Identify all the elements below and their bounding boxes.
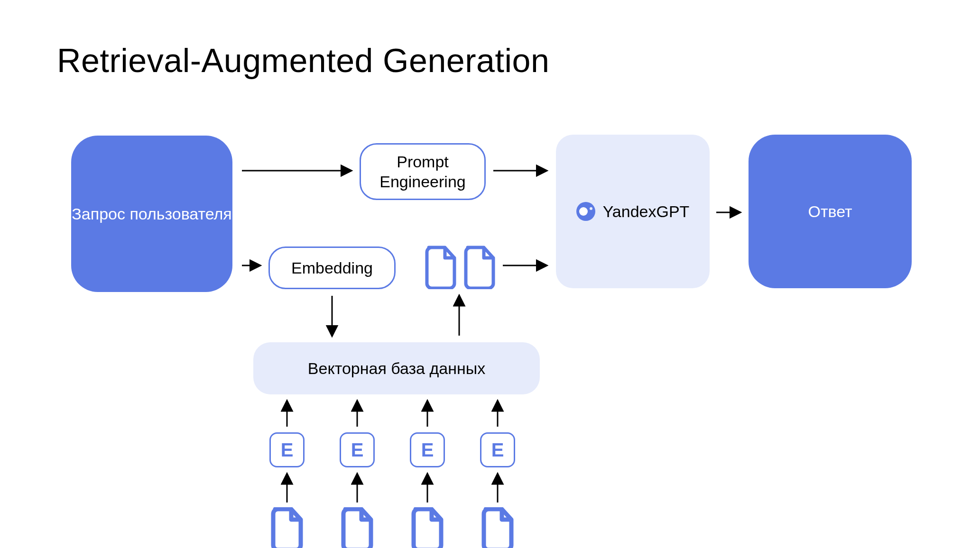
- node-yandexgpt: YandexGPT: [556, 135, 710, 288]
- document-icon: [269, 507, 305, 548]
- node-answer: Ответ: [749, 135, 912, 288]
- node-embedding: Embedding: [268, 247, 396, 289]
- node-user-query: Запрос пользователя: [71, 136, 232, 292]
- yandexgpt-logo-icon: [576, 202, 595, 221]
- document-icon: [340, 507, 375, 548]
- embedding-token-icon: E: [480, 432, 515, 467]
- embedding-token-icon: E: [410, 432, 445, 467]
- page-title: Retrieval-Augmented Generation: [57, 42, 549, 80]
- document-icon: [423, 246, 458, 289]
- yandexgpt-label: YandexGPT: [603, 202, 690, 221]
- document-icon: [480, 507, 515, 548]
- document-icon: [410, 507, 445, 548]
- node-prompt-engineering: Prompt Engineering: [360, 143, 486, 200]
- embedding-token-icon: E: [269, 432, 305, 467]
- document-icon: [462, 246, 497, 289]
- node-vector-db: Векторная база данных: [253, 342, 540, 394]
- embedding-token-icon: E: [340, 432, 375, 467]
